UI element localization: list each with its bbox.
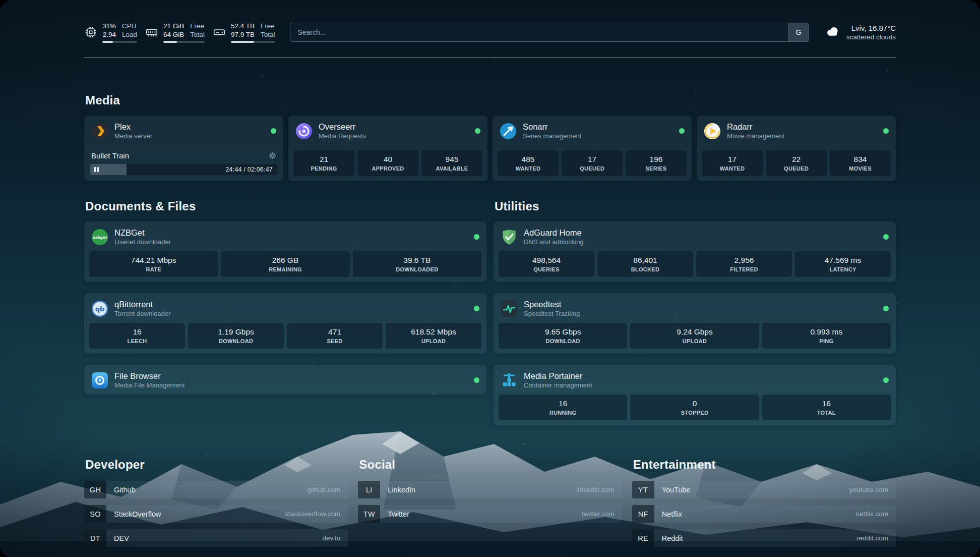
memory-progress-bar	[163, 41, 205, 43]
bookmark-name: Reddit	[662, 534, 683, 542]
bookmark-dev[interactable]: DT DEV dev.to	[84, 529, 348, 547]
bookmark-abbr: YT	[632, 481, 654, 498]
status-dot	[475, 128, 480, 134]
gear-icon[interactable]	[269, 152, 276, 159]
stat-latency: 47.569 msLATENCY	[795, 251, 891, 277]
memory-free-label: Free	[190, 22, 205, 30]
bookmark-name: StackOverflow	[114, 510, 161, 518]
search-bar: G	[290, 23, 809, 42]
stat-upload: 9.24 GbpsUPLOAD	[630, 323, 759, 349]
service-card-filebrowser[interactable]: File Browser Media File Management	[84, 365, 486, 395]
service-card-qbittorrent[interactable]: qb qBittorrent Torrent downloader 16LEEC…	[84, 293, 486, 354]
disk-free-value: 52.4 TB	[231, 22, 255, 30]
bookmark-url: linkedin.com	[577, 486, 615, 493]
bookmark-abbr: RE	[632, 529, 654, 547]
stat-queued: 22QUEUED	[766, 150, 827, 176]
cpu-usage-value: 31%	[102, 22, 116, 30]
stat-movies: 834MOVIES	[830, 150, 891, 176]
service-card-sonarr[interactable]: Sonarr Series management 485WANTED 17QUE…	[493, 116, 692, 181]
bookmark-reddit[interactable]: RE Reddit reddit.com	[632, 529, 896, 547]
service-card-media-portainer[interactable]: Media Portainer Container management 16R…	[494, 365, 896, 425]
service-name: AdGuard Home	[524, 228, 584, 238]
bookmark-netflix[interactable]: NF Netflix netflix.com	[632, 505, 896, 523]
stat-ping: 0.993 msPING	[762, 323, 891, 349]
cpu-widget: 31% CPU 2.94 Load	[84, 22, 137, 43]
search-input[interactable]	[290, 23, 788, 41]
service-description: Media Requests	[319, 132, 366, 140]
weather-location: Lviv, 16.87°C	[846, 23, 896, 33]
service-name: Overseerr	[319, 122, 366, 132]
bookmark-name: DEV	[114, 534, 129, 542]
service-card-nzbget[interactable]: nzbget NZBGet Usenet downloader 744.21 M…	[84, 221, 486, 282]
bookmark-stackoverflow[interactable]: SO StackOverflow stackoverflow.com	[84, 505, 348, 523]
memory-total-value: 64 GiB	[163, 30, 184, 39]
stat-blocked: 86,401BLOCKED	[597, 251, 693, 277]
qbittorrent-icon: qb	[91, 300, 108, 317]
service-card-adguard-home[interactable]: AdGuard Home DNS and adblocking 498,564Q…	[494, 221, 896, 282]
playback-time: 24:44 / 02:06:47	[225, 166, 273, 173]
status-dot	[474, 377, 479, 383]
disk-free-label: Free	[261, 22, 275, 30]
plex-icon	[91, 123, 108, 140]
stat-queued: 17QUEUED	[562, 150, 623, 176]
bookmark-twitter[interactable]: TW Twitter twitter.com	[358, 505, 622, 523]
service-name: Speedtest	[524, 299, 580, 309]
status-dot	[271, 128, 276, 134]
cpu-progress-bar	[102, 41, 137, 43]
disk-icon	[213, 26, 226, 39]
resource-widgets: 31% CPU 2.94 Load 21 GiB	[84, 22, 275, 43]
service-description: Container management	[524, 381, 592, 389]
stat-upload: 618.52 MbpsUPLOAD	[386, 323, 481, 349]
adguard-shield-icon	[501, 229, 518, 246]
bookmark-name: Twitter	[388, 510, 409, 518]
service-name: NZBGet	[114, 228, 171, 238]
stat-seed: 471SEED	[287, 323, 383, 349]
bookmark-name: YouTube	[662, 486, 691, 494]
stat-downloaded: 39.6 TBDOWNLOADED	[353, 251, 481, 277]
bookmark-name: LinkedIn	[388, 486, 415, 494]
bookmark-abbr: GH	[84, 481, 106, 498]
stat-wanted: 17WANTED	[702, 150, 763, 176]
stat-available: 945AVAILABLE	[421, 150, 482, 176]
bookmark-abbr: SO	[84, 505, 106, 523]
section-title-utilities: Utilities	[495, 199, 896, 213]
service-card-speedtest[interactable]: Speedtest Speedtest Tracking 9.65 GbpsDO…	[494, 293, 896, 354]
bookmark-youtube[interactable]: YT YouTube youtube.com	[632, 481, 896, 498]
stat-running: 16RUNNING	[499, 395, 627, 420]
homepage-dashboard: 31% CPU 2.94 Load 21 GiB	[0, 0, 980, 557]
bookmark-github[interactable]: GH Github github.com	[84, 481, 348, 498]
stat-rate: 744.21 MbpsRATE	[89, 251, 218, 277]
svg-text:nzbget: nzbget	[92, 235, 107, 239]
weather-widget[interactable]: Lviv, 16.87°C scattered clouds	[824, 23, 896, 41]
status-dot	[474, 306, 479, 311]
bookmark-url: dev.to	[323, 534, 341, 542]
stat-series: 196SERIES	[626, 150, 687, 176]
bookmark-name: Netflix	[662, 510, 682, 518]
section-title-entertainment: Entertainment	[633, 458, 896, 472]
service-description: Movie management	[727, 132, 784, 140]
bookmark-linkedin[interactable]: LI LinkedIn linkedin.com	[358, 481, 622, 498]
service-name: Radarr	[727, 122, 784, 132]
search-provider-button[interactable]: G	[788, 23, 809, 41]
radarr-icon	[704, 123, 721, 140]
topbar-divider	[84, 58, 896, 58]
memory-free-value: 21 GiB	[163, 22, 184, 30]
stat-stopped: 0STOPPED	[630, 395, 759, 420]
nzbget-icon: nzbget	[91, 229, 108, 246]
bookmark-abbr: DT	[84, 529, 106, 547]
status-dot	[883, 377, 889, 383]
stat-pending: 21PENDING	[293, 150, 354, 176]
pause-icon[interactable]	[94, 167, 99, 172]
plex-now-playing: Bullet Train 24:44 / 02:06:47	[84, 150, 283, 181]
service-card-radarr[interactable]: Radarr Movie management 17WANTED 22QUEUE…	[697, 116, 896, 181]
playback-progress-bar[interactable]: 24:44 / 02:06:47	[90, 164, 277, 175]
bookmark-abbr: LI	[358, 481, 380, 498]
stat-queries: 498,564QUERIES	[499, 251, 594, 277]
service-card-overseerr[interactable]: Overseerr Media Requests 21PENDING 40APP…	[288, 116, 487, 181]
memory-total-label: Total	[190, 30, 205, 39]
bookmark-abbr: TW	[358, 505, 380, 523]
weather-condition: scattered clouds	[846, 33, 896, 41]
service-card-plex[interactable]: Plex Media server Bullet Train	[84, 116, 283, 181]
service-description: Usenet downloader	[114, 238, 171, 246]
service-name: qBittorrent	[114, 299, 170, 309]
